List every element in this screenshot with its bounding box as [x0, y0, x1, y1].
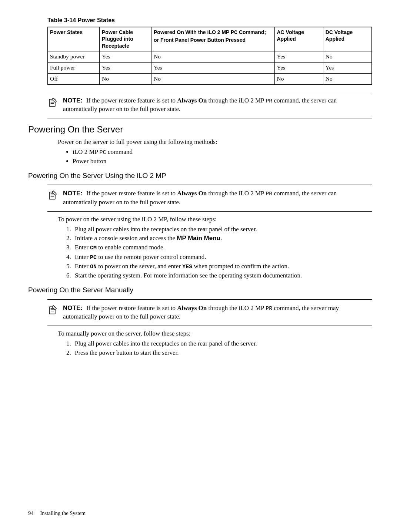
ilo-intro: To power on the server using the iLO 2 M…: [58, 215, 372, 224]
note-icon: [47, 189, 59, 206]
note-block: NOTE:If the power restore feature is set…: [47, 189, 372, 206]
ilo-steps: Plug all power cables into the receptacl…: [58, 225, 372, 280]
cell: Yes: [274, 51, 323, 63]
li-frag: .: [220, 235, 222, 242]
note-block: NOTE:If the power restore feature is set…: [47, 304, 372, 321]
note-frag-mono: PR: [266, 191, 272, 197]
li-frag: Enter: [75, 253, 90, 260]
cell: Yes: [100, 51, 151, 63]
note-frag: If the power restore feature is set to: [86, 304, 177, 312]
th-ac: AC Voltage Applied: [274, 27, 323, 51]
note-frag: If the power restore feature is set to: [86, 190, 177, 197]
th-powered-on: Powered On With the iLO 2 MP PC Command;…: [151, 27, 275, 51]
li-frag: Enter: [75, 263, 90, 270]
li-frag: iLO 2 MP: [73, 148, 100, 155]
list-item: Plug all power cables into the receptacl…: [73, 225, 372, 234]
note-icon: [47, 304, 59, 321]
table-row: Standby power Yes No Yes No: [48, 51, 372, 63]
cell: Standby power: [48, 51, 100, 63]
li-frag-mono: ON: [90, 264, 97, 270]
heading-ilo: Powering On the Server Using the iLO 2 M…: [28, 171, 372, 181]
note-text: NOTE:If the power restore feature is set…: [63, 189, 372, 206]
li-frag: to enable command mode.: [97, 244, 165, 251]
th-power-states: Power States: [48, 27, 100, 51]
note-label: NOTE:: [63, 97, 83, 104]
cell: No: [151, 74, 275, 85]
li-frag: Initiate a console session and access th…: [75, 235, 177, 242]
cell: No: [323, 51, 371, 63]
note-icon: [47, 97, 59, 114]
list-item: Start the operating system. For more inf…: [73, 272, 372, 280]
note-label: NOTE:: [63, 190, 83, 197]
table-row: Full power Yes Yes Yes Yes: [48, 63, 372, 74]
list-item: Enter ON to power on the server, and ent…: [73, 262, 372, 271]
intro-text: Power on the server to full power using …: [58, 138, 372, 147]
note-block: NOTE:If the power restore feature is set…: [47, 97, 372, 114]
note-frag: through the iLO 2 MP: [207, 97, 266, 104]
note-label: NOTE:: [63, 304, 83, 312]
list-item: Press the power button to start the serv…: [73, 349, 372, 357]
heading-powering-on: Powering On the Server: [28, 124, 372, 135]
power-states-table: Power States Power Cable Plugged into Re…: [47, 27, 372, 85]
list-item: Enter CM to enable command mode.: [73, 243, 372, 252]
list-item: Power button: [73, 157, 372, 166]
cell: Full power: [48, 63, 100, 74]
li-frag-mono: YES: [182, 264, 192, 270]
cell: Yes: [100, 63, 151, 74]
table-caption: Table 3-14 Power States: [47, 16, 372, 24]
list-item: Enter PC to use the remote power control…: [73, 253, 372, 262]
note-frag: through the iLO 2 MP: [207, 190, 266, 197]
li-frag-mono: PC: [90, 255, 97, 261]
cell: Yes: [274, 63, 323, 74]
list-item: iLO 2 MP PC command: [73, 148, 372, 156]
cell: No: [100, 74, 151, 85]
note-frag: If the power restore feature is set to: [86, 97, 177, 104]
cell: Off: [48, 74, 100, 85]
li-frag: command: [106, 148, 133, 155]
li-frag-mono: PC: [100, 149, 106, 156]
li-frag: to use the remote power control command.: [97, 253, 206, 260]
list-item: Plug all power cables into the receptacl…: [73, 340, 372, 348]
note-frag-bold: Always On: [177, 190, 207, 197]
cell: No: [323, 74, 371, 85]
cell: No: [151, 51, 275, 63]
note-frag-bold: Always On: [177, 97, 207, 104]
table-row: Off No No No No: [48, 74, 372, 85]
note-frag-mono: PR: [266, 306, 272, 312]
th-dc: DC Voltage Applied: [323, 27, 371, 51]
note-frag-bold: Always On: [177, 304, 207, 312]
note-text: NOTE:If the power restore feature is set…: [63, 97, 372, 114]
li-frag-mono: CM: [90, 245, 97, 251]
heading-manual: Powering On the Server Manually: [28, 285, 372, 295]
th-cable: Power Cable Plugged into Receptacle: [100, 27, 151, 51]
manual-steps: Plug all power cables into the receptacl…: [58, 340, 372, 357]
li-frag: to power on the server, and enter: [97, 263, 182, 270]
cell: No: [274, 74, 323, 85]
method-list: iLO 2 MP PC command Power button: [58, 148, 372, 166]
cell: Yes: [323, 63, 371, 74]
cell: Yes: [151, 63, 275, 74]
li-frag: Enter: [75, 244, 90, 251]
note-frag-mono: PR: [266, 98, 272, 104]
manual-intro: To manually power on the server, follow …: [58, 330, 372, 338]
li-frag-bold: MP Main Menu: [177, 235, 220, 242]
li-frag: when prompted to confirm the action.: [192, 263, 289, 270]
note-frag: through the iLO 2 MP: [207, 304, 266, 312]
list-item: Initiate a console session and access th…: [73, 234, 372, 243]
note-text: NOTE:If the power restore feature is set…: [63, 304, 372, 321]
